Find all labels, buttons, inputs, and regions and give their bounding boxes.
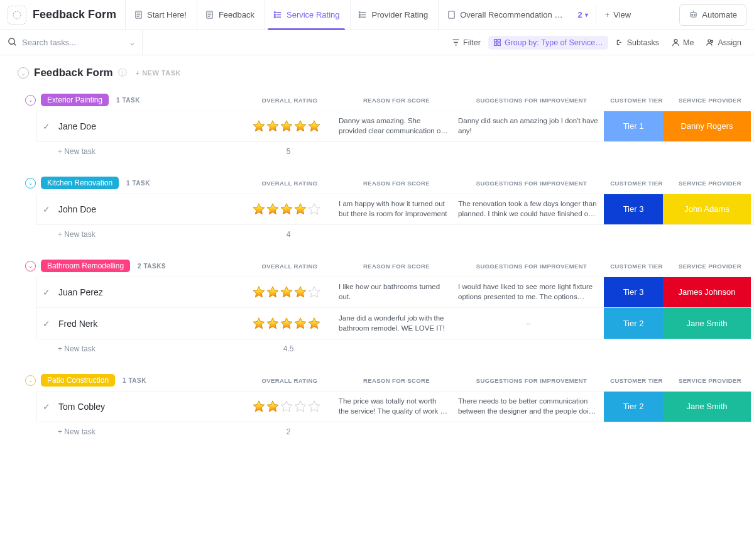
app-icon bbox=[8, 6, 26, 25]
group-header[interactable]: ⌄ Bathroom Remodelling 2 TASKS bbox=[11, 256, 166, 275]
group-pill[interactable]: Bathroom Remodelling bbox=[41, 260, 130, 272]
task-row[interactable]: ✓ Tom Cobley The price was totally not w… bbox=[36, 391, 754, 422]
toolbar: ⌄ Filter Group by: Type of Service… Subt… bbox=[0, 30, 754, 55]
col-provider: SERVICE PROVIDER bbox=[666, 97, 754, 104]
filter-icon bbox=[452, 38, 460, 47]
me-button[interactable]: Me bbox=[667, 36, 699, 50]
tab-provider-rating[interactable]: Provider Rating bbox=[350, 0, 436, 30]
check-icon[interactable]: ✓ bbox=[37, 402, 56, 412]
check-icon[interactable]: ✓ bbox=[37, 287, 56, 297]
svg-rect-16 bbox=[494, 43, 497, 45]
cell-tier[interactable]: Tier 2 bbox=[604, 308, 663, 339]
new-task-button[interactable]: + New task bbox=[36, 427, 241, 436]
search-input[interactable] bbox=[22, 38, 116, 47]
cell-tier[interactable]: Tier 3 bbox=[604, 277, 663, 307]
tab-start-here[interactable]: Start Here! bbox=[125, 0, 194, 30]
tab-service-rating[interactable]: Service Rating bbox=[265, 0, 347, 30]
task-count: 1 TASK bbox=[123, 377, 146, 384]
tab-label: Feedback bbox=[219, 10, 254, 19]
cell-suggestions: I would have liked to see more light fix… bbox=[453, 282, 604, 302]
new-task-button[interactable]: + NEW TASK bbox=[136, 69, 181, 77]
groupby-button[interactable]: Group by: Type of Service… bbox=[488, 36, 608, 50]
list-icon bbox=[358, 10, 368, 20]
task-count: 2 TASKS bbox=[138, 263, 166, 270]
tab-label: Start Here! bbox=[147, 10, 187, 19]
col-tier: CUSTOMER TIER bbox=[607, 377, 666, 384]
chevron-down-icon[interactable]: ⌄ bbox=[129, 38, 136, 47]
col-provider: SERVICE PROVIDER bbox=[666, 180, 754, 187]
svg-point-7 bbox=[359, 14, 360, 16]
check-icon[interactable]: ✓ bbox=[37, 319, 56, 329]
cell-reason: I like how our bathrooms turned out. bbox=[334, 282, 453, 302]
col-suggestions: SUGGESTIONS FOR IMPROVEMENT bbox=[456, 263, 607, 270]
svg-rect-14 bbox=[494, 40, 497, 42]
list-icon bbox=[273, 10, 283, 20]
cell-provider[interactable]: Jane Smith bbox=[663, 308, 751, 339]
cell-rating bbox=[239, 285, 334, 299]
content: ⌄ Feedback Form ⓘ + NEW TASK ⌄ Exterior … bbox=[0, 55, 754, 441]
cell-tier[interactable]: Tier 3 bbox=[604, 194, 663, 224]
cell-reason: The price was totally not worth the serv… bbox=[334, 397, 453, 416]
cell-rating bbox=[239, 202, 334, 216]
group-average: 5 bbox=[241, 147, 336, 156]
group: ⌄ Bathroom Remodelling 2 TASKS OVERALL R… bbox=[11, 258, 754, 358]
group-pill[interactable]: Exterior Painting bbox=[41, 94, 109, 106]
task-name: Fred Nerk bbox=[56, 319, 239, 329]
automate-button[interactable]: Automate bbox=[679, 4, 746, 26]
svg-point-13 bbox=[9, 38, 14, 43]
add-view-button[interactable]: + View bbox=[596, 5, 640, 25]
task-row[interactable]: ✓ Fred Nerk Jane did a wonderful job wit… bbox=[36, 308, 754, 339]
check-icon[interactable]: ✓ bbox=[37, 121, 56, 131]
collapse-icon[interactable]: ⌄ bbox=[25, 95, 36, 106]
svg-point-4 bbox=[274, 14, 275, 16]
group-header[interactable]: ⌄ Patio Construction 1 TASK bbox=[11, 371, 146, 390]
cell-provider[interactable]: Jane Smith bbox=[663, 392, 751, 422]
group-header[interactable]: ⌄ Exterior Painting 1 TASK bbox=[11, 91, 140, 109]
cell-provider[interactable]: James Johnson bbox=[663, 277, 751, 307]
tab-overall-recommendation[interactable]: Overall Recommendation … bbox=[438, 0, 570, 30]
col-suggestions: SUGGESTIONS FOR IMPROVEMENT bbox=[456, 180, 607, 187]
svg-point-5 bbox=[274, 16, 275, 18]
check-icon[interactable]: ✓ bbox=[37, 204, 56, 214]
tabs-overflow[interactable]: 2 ▾ bbox=[572, 10, 593, 19]
filter-button[interactable]: Filter bbox=[447, 36, 486, 50]
group-pill[interactable]: Patio Construction bbox=[41, 374, 115, 387]
info-icon[interactable]: ⓘ bbox=[118, 67, 127, 79]
tab-feedback[interactable]: Feedback bbox=[197, 0, 262, 30]
cell-suggestions: There needs to be better communication b… bbox=[453, 397, 604, 416]
cell-provider[interactable]: John Adams bbox=[663, 194, 751, 224]
assign-label: Assign bbox=[718, 38, 741, 47]
group-header[interactable]: ⌄ Kitchen Renovation 1 TASK bbox=[11, 173, 150, 192]
cell-tier[interactable]: Tier 1 bbox=[604, 111, 663, 141]
person-icon bbox=[672, 38, 680, 47]
collapse-icon[interactable]: ⌄ bbox=[25, 261, 36, 272]
collapse-icon[interactable]: ⌄ bbox=[25, 375, 36, 386]
task-row[interactable]: ✓ John Doe I am happy with how it turned… bbox=[36, 194, 754, 225]
group-average: 4.5 bbox=[241, 344, 336, 353]
col-rating: OVERALL RATING bbox=[243, 263, 337, 270]
group: ⌄ Patio Construction 1 TASK OVERALL RATI… bbox=[11, 372, 754, 441]
subtasks-button[interactable]: Subtasks bbox=[611, 36, 664, 50]
task-name: Tom Cobley bbox=[56, 402, 239, 412]
cell-suggestions: Danny did such an amazing job I don't ha… bbox=[453, 116, 604, 136]
cell-reason: Jane did a wonderful job with the bathro… bbox=[334, 314, 453, 333]
col-provider: SERVICE PROVIDER bbox=[666, 377, 754, 384]
task-row[interactable]: ✓ Jane Doe Danny was amazing. She provid… bbox=[36, 111, 754, 142]
cell-provider[interactable]: Danny Rogers bbox=[663, 111, 751, 141]
tab-label: Overall Recommendation … bbox=[460, 10, 562, 19]
task-row[interactable]: ✓ Juan Perez I like how our bathrooms tu… bbox=[36, 277, 754, 308]
col-suggestions: SUGGESTIONS FOR IMPROVEMENT bbox=[456, 97, 607, 104]
new-task-button[interactable]: + New task bbox=[36, 344, 241, 353]
groupby-label: Group by: Type of Service… bbox=[505, 38, 603, 47]
new-task-button[interactable]: + New task bbox=[36, 230, 241, 239]
cell-reason: Danny was amazing. She provided clear co… bbox=[334, 116, 453, 136]
collapse-icon[interactable]: ⌄ bbox=[25, 178, 36, 189]
caret-icon[interactable]: ⌄ bbox=[18, 67, 29, 79]
new-task-button[interactable]: + New task bbox=[36, 147, 241, 156]
col-reason: REASON FOR SCORE bbox=[337, 97, 456, 104]
group-pill[interactable]: Kitchen Renovation bbox=[41, 177, 119, 189]
tabs-overflow-count: 2 bbox=[577, 10, 582, 19]
assign-button[interactable]: Assign bbox=[701, 36, 746, 50]
cell-tier[interactable]: Tier 2 bbox=[604, 392, 663, 422]
search[interactable]: ⌄ bbox=[8, 30, 143, 55]
